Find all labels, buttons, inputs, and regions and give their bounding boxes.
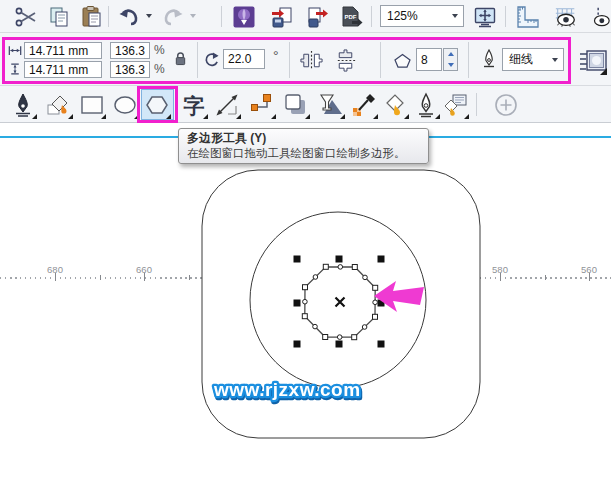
object-height-field[interactable]: 14.711 mm [24,61,102,78]
tool-connector[interactable] [247,90,277,120]
circle-shape[interactable] [250,212,426,388]
mirror-horizontal-icon [299,50,324,71]
mirror-vertical-icon [335,48,356,73]
separator [380,42,381,78]
separator [476,93,477,116]
ruler-mid-tick [100,275,101,280]
rulers-toggle-button[interactable] [513,4,541,30]
scale-height-field[interactable]: 136.3 [110,61,150,78]
tool-color-eyedropper[interactable] [349,90,379,120]
undo-button[interactable] [116,4,144,30]
rulers-icon [515,5,539,29]
ruler-tick [233,273,234,281]
separator [505,6,506,27]
object-width-icon [8,45,22,56]
tooltip-description: 在绘图窗口拖动工具绘图窗口绘制多边形。 [187,146,420,161]
view-mode-button[interactable] [578,46,608,76]
rotate-icon [204,52,219,67]
view-mode-icon [578,46,608,76]
spinner-up-icon[interactable] [448,52,454,56]
flyout-arrow-icon [236,114,241,119]
tool-transparency[interactable] [316,90,346,120]
separator [197,42,198,78]
guidelines-icon [589,5,611,29]
flyout-arrow-icon [101,114,106,119]
ruler-mid-tick [456,275,457,280]
import-button[interactable] [268,4,296,30]
undo-dropdown-caret[interactable] [146,14,152,18]
flyout-arrow-icon [305,114,310,119]
zoom-level-combo[interactable]: 125% [380,5,464,27]
ruler-tick [589,273,590,281]
ruler-tick [55,273,56,281]
tool-drop-shadow[interactable] [281,90,311,120]
tool-rectangle[interactable] [77,90,107,120]
grid-icon [554,5,578,29]
undo-icon [118,5,142,29]
pan-button[interactable] [471,4,499,30]
ruler-mid-tick [545,275,546,280]
lock-ratio-button[interactable] [174,51,187,71]
flyout-arrow-icon [134,114,139,119]
tool-dimension[interactable] [212,90,242,120]
ruler-mid-tick [367,275,368,280]
tool-polygon-active[interactable] [142,90,172,120]
grid-toggle-button[interactable] [551,4,581,30]
spinner-down-icon[interactable] [448,63,454,67]
ruler-tick [144,273,145,281]
outline-width-icon [482,49,496,68]
publish-pdf-button[interactable]: PDF [337,4,365,30]
pdf-icon-label: PDF [345,14,357,20]
cut-icon [14,5,38,29]
paste-icon [80,5,104,29]
tool-ellipse[interactable] [110,90,140,120]
tool-interactive-fill[interactable] [440,90,470,120]
separator [289,42,290,78]
flyout-arrow-icon [271,114,276,119]
lock-icon [174,51,187,67]
paste-button[interactable] [78,4,106,30]
scale-height-value: 136.3 [115,63,145,77]
polygon-sides-stepper[interactable] [443,48,458,71]
center-x-marker [336,298,345,307]
flyout-arrow-icon [32,114,37,119]
outline-width-caret[interactable] [552,58,558,62]
tool-add-tools[interactable] [491,90,521,120]
tool-smart-fill[interactable] [44,90,74,120]
redo-dropdown-caret[interactable] [190,14,196,18]
mirror-horizontal-button[interactable] [299,50,324,75]
cut-button[interactable] [12,4,40,30]
copy-icon [47,5,71,29]
app-launcher-button[interactable] [230,4,258,30]
ruler-tick [500,273,501,281]
watermark: www.rjzxw.com [213,379,361,400]
flyout-arrow-icon [373,114,378,119]
copy-button[interactable] [45,4,73,30]
object-width-field[interactable]: 14.711 mm [24,42,102,59]
redo-button[interactable] [158,4,186,30]
polygon-sides-value: 8 [421,53,428,67]
ruler-mid-tick [189,275,190,280]
rounded-square-shape[interactable] [202,170,480,438]
export-icon [306,5,330,29]
scale-width-field[interactable]: 136.3 [110,42,150,59]
outline-width-dropdown[interactable]: 细线 [502,48,564,71]
flyout-arrow-icon [464,114,469,119]
tool-text[interactable]: 字 [179,90,209,120]
zoom-dropdown-caret[interactable] [452,14,458,18]
guidelines-toggle-button[interactable] [589,4,611,30]
tool-pen[interactable] [8,90,38,120]
pdf-icon: PDF [339,5,363,29]
mirror-vertical-button[interactable] [333,50,358,75]
separator [221,6,222,27]
polygon-sides-field[interactable]: 8 [416,48,442,71]
ruler-tick [322,273,323,281]
scale-width-value: 136.3 [115,44,145,58]
export-button[interactable] [304,4,332,30]
tool-fill[interactable] [380,90,410,120]
object-height-icon [8,63,22,75]
outline-width-value: 细线 [503,51,552,68]
app-launcher-icon [232,5,256,29]
rotation-angle-field[interactable]: 22.0 [223,49,265,69]
tool-outline-pen[interactable] [411,90,441,120]
